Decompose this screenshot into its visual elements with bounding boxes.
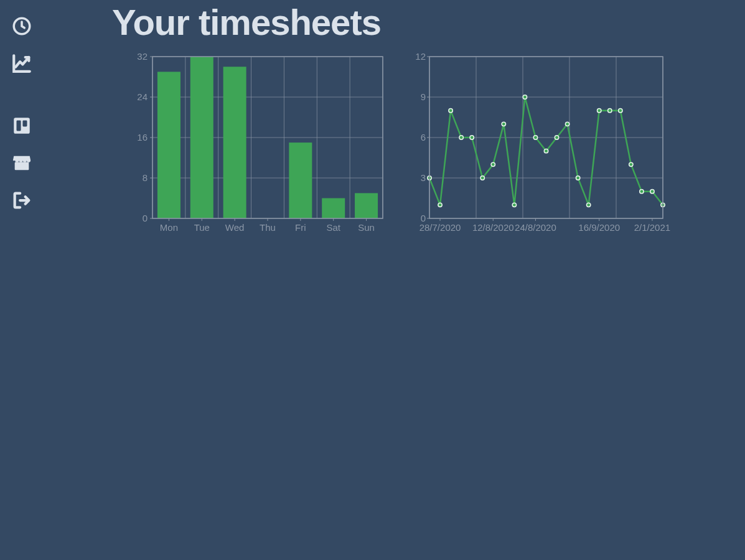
svg-rect-2 xyxy=(17,121,21,131)
svg-text:Sun: Sun xyxy=(358,222,375,233)
page-title: Your timesheets xyxy=(112,1,733,43)
bar xyxy=(157,72,180,218)
trello-icon xyxy=(11,115,32,136)
svg-text:12/8/2020: 12/8/2020 xyxy=(472,222,514,233)
logout-icon xyxy=(11,190,32,211)
svg-text:Mon: Mon xyxy=(160,222,178,233)
data-point xyxy=(576,176,579,180)
nav-timesheets[interactable] xyxy=(9,14,34,39)
store-icon xyxy=(11,152,32,174)
data-point xyxy=(523,95,527,99)
svg-text:32: 32 xyxy=(137,51,148,62)
bar xyxy=(223,67,246,218)
svg-text:3: 3 xyxy=(421,172,426,183)
svg-text:Tue: Tue xyxy=(194,222,210,233)
data-point xyxy=(491,162,495,166)
svg-text:9: 9 xyxy=(421,91,426,102)
data-point xyxy=(629,162,633,166)
svg-text:12: 12 xyxy=(415,51,426,62)
data-point xyxy=(480,176,484,180)
svg-text:8: 8 xyxy=(143,172,148,183)
svg-text:16: 16 xyxy=(137,132,148,142)
nav-boards[interactable] xyxy=(9,113,34,138)
svg-text:Thu: Thu xyxy=(260,222,276,233)
sidebar xyxy=(0,0,44,560)
charts-row: 08162432MonTueWedThuFriSatSun 03691228/7… xyxy=(112,49,733,236)
bar xyxy=(289,142,312,218)
data-point xyxy=(555,136,558,139)
bar xyxy=(190,57,213,218)
data-point xyxy=(608,108,612,112)
bar xyxy=(355,193,378,218)
daily-line-chart: 03691228/7/202012/8/202024/8/202016/9/20… xyxy=(411,49,672,236)
svg-text:24/8/2020: 24/8/2020 xyxy=(515,222,556,233)
data-point xyxy=(502,122,505,126)
data-point xyxy=(640,189,644,193)
svg-text:2/1/2021: 2/1/2021 xyxy=(634,222,670,233)
chart-line-icon xyxy=(11,53,32,74)
svg-rect-4 xyxy=(15,162,29,170)
svg-text:0: 0 xyxy=(143,213,148,223)
svg-rect-3 xyxy=(22,121,27,127)
main-content: Your timesheets 08162432MonTueWedThuFriS… xyxy=(112,1,733,236)
svg-text:Wed: Wed xyxy=(225,222,245,233)
data-point xyxy=(533,136,537,139)
data-point xyxy=(597,108,601,112)
data-point xyxy=(544,149,548,152)
nav-logout[interactable] xyxy=(9,188,34,213)
data-point xyxy=(650,189,654,193)
nav-store[interactable] xyxy=(9,151,34,175)
bar xyxy=(322,198,345,219)
data-point xyxy=(438,203,442,207)
svg-rect-1 xyxy=(14,118,30,134)
data-point xyxy=(586,203,590,207)
data-point xyxy=(459,136,463,139)
svg-text:16/9/2020: 16/9/2020 xyxy=(578,222,620,233)
nav-reports[interactable] xyxy=(9,51,34,76)
svg-text:Fri: Fri xyxy=(295,222,306,233)
data-point xyxy=(512,203,516,207)
svg-text:24: 24 xyxy=(137,91,148,102)
data-point xyxy=(619,108,622,112)
weekly-bar-chart: 08162432MonTueWedThuFriSatSun xyxy=(112,49,386,236)
svg-text:28/7/2020: 28/7/2020 xyxy=(419,222,461,233)
clock-icon xyxy=(11,16,32,37)
svg-text:6: 6 xyxy=(421,132,426,142)
data-point xyxy=(470,136,474,139)
data-point xyxy=(565,122,569,126)
data-point xyxy=(449,108,452,112)
svg-text:Sat: Sat xyxy=(326,222,340,233)
